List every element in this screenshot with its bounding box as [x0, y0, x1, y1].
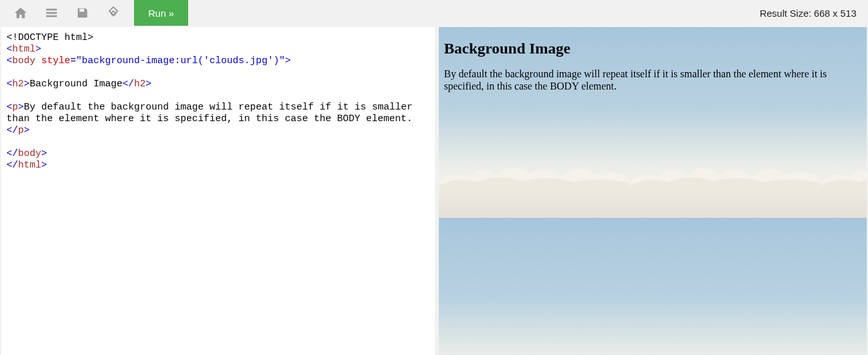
menu-icon[interactable] [36, 0, 67, 26]
code-val: "background-image:url('clouds.jpg')" [76, 55, 285, 66]
code-br: </ [6, 160, 18, 171]
toolbar-left: Run » [5, 0, 188, 26]
code-tag: body [18, 148, 41, 159]
code-attr: style [41, 55, 70, 66]
save-icon[interactable] [67, 0, 98, 26]
code-br: > [285, 55, 291, 66]
result-size: Result Size: 668 x 513 [760, 8, 863, 19]
result-size-value: 668 x 513 [814, 8, 856, 19]
code-br: > [41, 148, 47, 159]
code-editor[interactable]: <!DOCTYPE html> <html> <body style="back… [1, 27, 435, 355]
code-br: < [6, 102, 12, 113]
run-button[interactable]: Run » [134, 0, 188, 26]
preview-heading: Background Image [444, 40, 862, 57]
code-text: Background Image [30, 79, 122, 90]
code-tag: p [12, 102, 18, 113]
preview-paragraph: By default the background image will rep… [444, 68, 862, 92]
result-size-label: Result Size: [760, 8, 811, 19]
code-text: By default the background image will rep… [6, 102, 418, 124]
code-tag: html [18, 160, 41, 171]
code-br: > [146, 79, 151, 90]
code-br: > [24, 79, 30, 90]
code-br: > [35, 44, 41, 55]
code-tag: h2 [134, 79, 146, 90]
code-br: > [41, 160, 47, 171]
code-br: </ [6, 125, 18, 136]
preview-pane: Background Image By default the backgrou… [439, 27, 867, 355]
code-eq: = [70, 55, 76, 66]
main: <!DOCTYPE html> <html> <body style="back… [0, 26, 868, 355]
code-br: </ [122, 79, 134, 90]
code-br: > [18, 102, 24, 113]
code-tag: h2 [12, 79, 24, 90]
code-br: > [24, 125, 30, 136]
preview-content: Background Image By default the backgrou… [439, 27, 867, 355]
home-icon[interactable] [5, 0, 36, 26]
code-doctype: <!DOCTYPE html> [6, 32, 93, 43]
code-br: < [6, 79, 12, 90]
code-br: < [6, 44, 12, 55]
code-br: </ [6, 148, 18, 159]
code-tag: html [12, 44, 35, 55]
code-br: < [6, 55, 12, 66]
rotate-icon[interactable] [98, 0, 129, 26]
toolbar: Run » Result Size: 668 x 513 [0, 0, 868, 26]
code-tag: p [18, 125, 24, 136]
code-tag: body [12, 55, 35, 66]
